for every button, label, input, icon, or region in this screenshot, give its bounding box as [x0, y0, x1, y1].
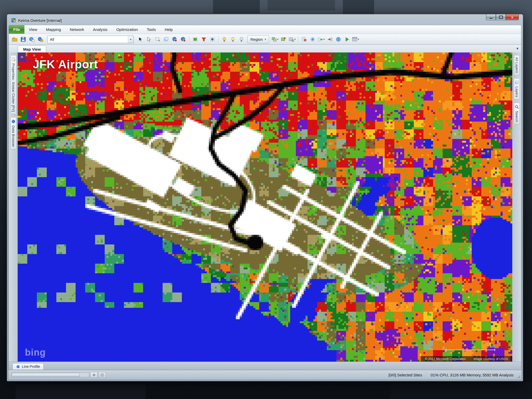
- splitter-button[interactable]: [90, 372, 97, 378]
- menu-item-help[interactable]: Help: [160, 25, 177, 34]
- marquee-select-button[interactable]: [154, 36, 162, 43]
- network-globe-button[interactable]: [179, 36, 187, 43]
- import-button[interactable]: [326, 36, 334, 43]
- web-map-button[interactable]: [334, 36, 342, 43]
- horizontal-scrollbar[interactable]: [11, 373, 89, 377]
- document-tab-row: Map View ▼: [9, 45, 521, 52]
- map-flag-icon: [281, 37, 286, 42]
- minimize-icon: [490, 18, 493, 19]
- bulb-on-icon: [222, 37, 227, 42]
- pointer-tool-button[interactable]: [136, 36, 144, 43]
- region-dropdown[interactable]: Region▾: [247, 35, 269, 43]
- dock-tab-search[interactable]: Search: [514, 103, 520, 124]
- tab-line-profile-label: Line Profile: [22, 364, 40, 369]
- scale-label: 1 km: [446, 344, 495, 349]
- tab-map-view[interactable]: Map View: [18, 45, 46, 52]
- scrollbar-thumb[interactable]: [12, 373, 80, 377]
- bulb-on-button[interactable]: [220, 36, 228, 43]
- grid-icon: [352, 37, 357, 42]
- grid-toggle-button[interactable]: [99, 372, 106, 378]
- status-separator: [426, 372, 427, 378]
- sites-globe-button[interactable]: [171, 36, 179, 43]
- chevron-down-icon: ▾: [358, 38, 359, 41]
- maximize-button[interactable]: [496, 14, 506, 20]
- points-toggle-button[interactable]: [208, 36, 216, 43]
- open-button[interactable]: [11, 36, 19, 43]
- dock-tab-all-layers[interactable]: All Layers: [514, 55, 520, 75]
- performance-status: 01% CPU, 3126 MB Memory, 5592 MB Analysi…: [431, 373, 514, 377]
- status-bar: [0/0] Selected Sites 01% CPU, 3126 MB Me…: [9, 370, 521, 380]
- minimize-button[interactable]: [486, 14, 496, 20]
- table-views-button[interactable]: ▾: [288, 36, 296, 43]
- layer-filter-combo[interactable]: All▾: [47, 36, 134, 43]
- bulb-mid-button[interactable]: [229, 36, 237, 43]
- map-attribution: © 2012 Microsoft Corporation Image court…: [421, 356, 512, 362]
- toolbar: All▾Region▾▾▾▾▾: [9, 34, 521, 45]
- cursor-white-icon: [146, 37, 152, 42]
- snowflake-icon: [310, 37, 315, 42]
- dock-tab-data-browser[interactable]: Data Browser: [10, 117, 16, 149]
- tab-list-chevron-icon[interactable]: ▼: [516, 47, 519, 50]
- menu-item-view[interactable]: View: [24, 25, 42, 34]
- save-button[interactable]: [19, 36, 27, 43]
- title-bar[interactable]: Keima Overture [Internal] ×: [9, 14, 521, 25]
- menu-item-network[interactable]: Network: [65, 25, 89, 34]
- dock-tab-label: All Layers: [515, 57, 519, 73]
- desktop-building-silhouette: [390, 382, 532, 399]
- close-button[interactable]: ×: [506, 14, 519, 20]
- dock-tab-layers[interactable]: Layers: [514, 78, 520, 99]
- export-run-button[interactable]: ▾: [317, 36, 325, 43]
- map-canvas[interactable]: [18, 52, 512, 362]
- snowflake-button[interactable]: [309, 36, 317, 43]
- dock-tab-label: Properties: Global Clutter [PV]: [11, 63, 15, 112]
- map-document-button[interactable]: [28, 36, 36, 43]
- filter-toggle-button[interactable]: [200, 36, 208, 43]
- desktop-building-silhouette: [268, 0, 335, 10]
- layers-icon: [163, 37, 169, 42]
- tab-line-profile[interactable]: Line Profile: [12, 363, 44, 370]
- results-grid-button[interactable]: ▾: [351, 36, 360, 43]
- region-dropdown-label: Region: [250, 37, 263, 42]
- resize-grip[interactable]: [516, 375, 520, 378]
- bulb-off-button[interactable]: [237, 36, 245, 43]
- map-table-icon: [271, 37, 277, 42]
- menu-bar: FileViewMappingNetworkAnalysisOptimizati…: [9, 25, 521, 34]
- play-green-icon: [344, 37, 350, 42]
- close-icon: ×: [511, 15, 514, 19]
- dock-tab-properties-global-clutter-pv[interactable]: Properties: Global Clutter [PV]: [10, 55, 16, 114]
- menu-item-tools[interactable]: Tools: [142, 25, 160, 34]
- map-view[interactable]: » JFK Airport bing 1 km © 2012 Microsoft…: [18, 52, 512, 362]
- toolbar-separator: [218, 36, 218, 43]
- app-window: Keima Overture [Internal] × FileViewMapp…: [7, 14, 523, 381]
- gear-doc-icon: [301, 37, 307, 42]
- floppy-icon: [21, 37, 26, 42]
- search-icon: [515, 105, 519, 109]
- bulb-off-icon: [239, 37, 244, 42]
- report-settings-button[interactable]: [300, 36, 308, 43]
- panel-collapse-button[interactable]: »: [18, 52, 26, 61]
- map-flag-button[interactable]: [280, 36, 288, 43]
- pan-tool-button[interactable]: [145, 36, 153, 43]
- menu-item-analysis[interactable]: Analysis: [89, 25, 112, 34]
- toggle-green-icon: [192, 37, 198, 42]
- chevron-down-icon: ▾: [277, 38, 278, 41]
- globe-red-icon: [172, 37, 177, 42]
- chevron-down-icon[interactable]: ▾: [128, 36, 133, 43]
- clutter-toggle-button[interactable]: [191, 36, 199, 43]
- bing-watermark: bing: [25, 347, 46, 358]
- menu-item-mapping[interactable]: Mapping: [42, 25, 65, 34]
- menu-item-file[interactable]: File: [9, 25, 24, 34]
- duplicate-view-button[interactable]: [162, 36, 170, 43]
- marquee-icon: [155, 37, 160, 42]
- run-analysis-button[interactable]: [343, 36, 351, 43]
- right-dock: All LayersLayersSearch: [512, 52, 521, 362]
- import-red-icon: [327, 37, 332, 42]
- menu-item-optimization[interactable]: Optimization: [112, 25, 142, 34]
- map-export-button[interactable]: [36, 36, 44, 43]
- toggle-blue-icon: [210, 37, 215, 42]
- app-icon: [11, 18, 16, 23]
- tab-map-view-label: Map View: [23, 47, 41, 51]
- desktop-building-silhouette: [343, 0, 374, 15]
- map-table-button[interactable]: ▾: [271, 36, 279, 43]
- globe-blue-icon: [336, 37, 341, 42]
